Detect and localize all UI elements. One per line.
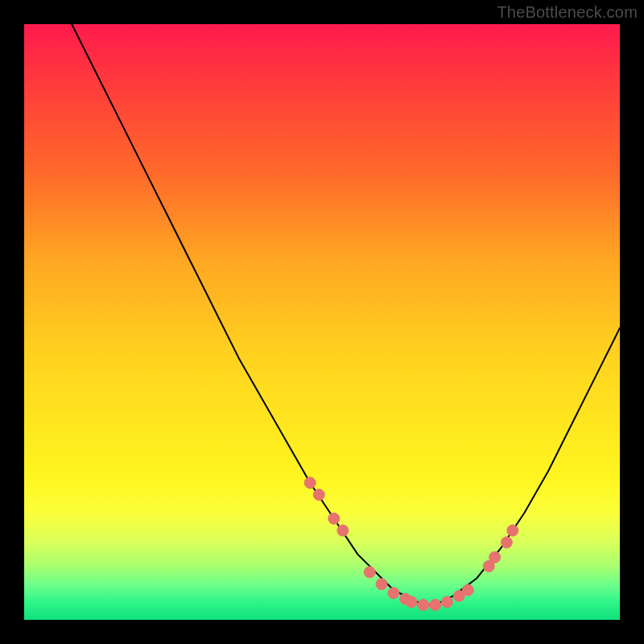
- chart-frame: TheBottleneck.com: [0, 0, 644, 644]
- marker-point: [406, 597, 417, 608]
- marker-point: [418, 600, 429, 611]
- watermark-text: TheBottleneck.com: [497, 3, 638, 22]
- marker-point: [388, 588, 399, 599]
- marker-point: [337, 525, 349, 536]
- marker-point: [462, 584, 473, 596]
- marker-point: [376, 579, 387, 590]
- marker-point: [430, 600, 441, 611]
- marker-point: [441, 597, 452, 608]
- marker-point: [304, 477, 316, 489]
- marker-point: [501, 537, 512, 548]
- marker-point: [507, 525, 518, 536]
- marker-group: [304, 477, 518, 611]
- marker-point: [313, 489, 324, 501]
- marker-point: [489, 551, 501, 563]
- chart-svg: [24, 24, 620, 620]
- marker-point: [364, 567, 375, 578]
- plot-area: [24, 24, 620, 620]
- bottleneck-curve: [72, 24, 620, 605]
- marker-point: [328, 513, 340, 524]
